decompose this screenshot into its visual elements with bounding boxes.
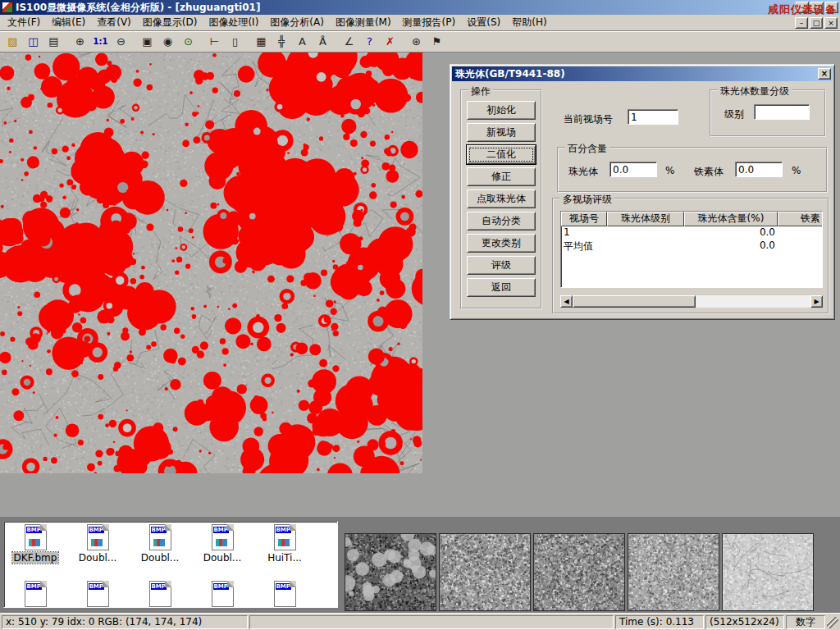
change-class-button[interactable]: 更改类别 [467,234,536,253]
grid-measure-icon[interactable]: ▦ [252,33,271,51]
cell-field-no: 1 [561,226,607,240]
bmp-file-icon: BMP [212,581,234,607]
thumbnail-5[interactable] [722,533,814,611]
thumbnail-1[interactable] [345,533,436,611]
scroll-left-icon[interactable]: ◀ [560,295,573,308]
bmp-tag: BMP [276,583,291,590]
menu-image-measure[interactable]: 图像测量(M) [330,14,397,31]
thumbnail-3[interactable] [533,533,625,611]
micrograph-image[interactable] [0,52,422,473]
pearlite-percent-input[interactable] [609,162,657,177]
child-minimize-icon[interactable]: – [795,17,808,29]
open-icon[interactable]: ▨ [3,33,22,51]
file-item-partial[interactable]: BMP [66,581,129,607]
binarize-button[interactable]: 二值化 [467,145,536,164]
file-item-dkf[interactable]: BMP DKF.bmp [4,524,66,564]
menu-edit[interactable]: 编辑(E) [46,14,91,31]
child-restore-icon[interactable]: □ [810,17,823,29]
file-item[interactable]: BMP Doubl... [66,524,129,564]
dialog-titlebar[interactable]: 珠光体(GB/T9441-88) × [452,66,833,81]
zoom-in-icon[interactable]: ⊕ [71,33,89,51]
camera-icon[interactable]: ◉ [158,33,177,51]
video-icon[interactable]: ⊙ [179,33,198,51]
file-item-partial[interactable]: BMP [4,581,66,607]
menu-settings[interactable]: 设置(S) [461,14,506,31]
cross-grid-icon[interactable]: ╬ [272,33,291,51]
capture-icon[interactable]: ▣ [138,33,157,51]
dialog-title: 珠光体(GB/T9441-88) [455,67,565,81]
close-icon[interactable]: × [825,2,838,13]
dialog-close-icon[interactable]: × [818,68,831,80]
table-row[interactable]: 1 0.0 [561,226,822,240]
pearlite-dialog: 珠光体(GB/T9441-88) × 操作 初始化 新视场 二值化 修正 点取珠… [450,64,835,320]
save-icon[interactable]: ◫ [24,33,43,51]
caliper-icon[interactable]: ⊢ [205,33,224,51]
table-row-average[interactable]: 平均值 0.0 [561,240,822,253]
initialize-button[interactable]: 初始化 [467,101,536,120]
scroll-right-icon[interactable]: ▶ [810,295,823,308]
grade-button[interactable]: 评级 [467,256,536,275]
grade-input[interactable] [754,104,810,120]
pin-tool-icon[interactable]: ⚑ [427,33,446,51]
status-filler [249,615,614,629]
thumbnail-4[interactable] [628,533,719,611]
text-tool-icon[interactable]: A [293,33,312,51]
file-item-partial[interactable]: BMP [129,581,191,607]
menu-image-process[interactable]: 图像处理(I) [203,14,264,31]
angle-tool-icon[interactable]: ∠ [340,33,358,51]
menubar: 文件(F) 编辑(E) 查看(V) 图像显示(D) 图像处理(I) 图像分析(A… [0,15,840,31]
menu-help[interactable]: 帮助(H) [506,14,552,31]
multi-field-group-label: 多视场评级 [560,193,614,207]
file-item[interactable]: BMP HuiTi... [253,524,316,564]
titlebar[interactable]: IS100显微摄像系统(金相分析版) - [zhuguangti01] – □ … [0,0,840,15]
file-name: Doubl... [139,552,181,564]
print-icon[interactable]: ▤ [44,33,63,51]
return-button[interactable]: 返回 [467,278,536,297]
cell-content: 0.0 [684,226,778,240]
menu-report[interactable]: 测量报告(P) [397,14,462,31]
cell-ferrite [778,240,823,253]
thumbnail-2[interactable] [439,533,531,611]
child-close-icon[interactable]: × [824,17,838,29]
new-field-button[interactable]: 新视场 [467,123,536,142]
file-name: HuiTi... [266,552,304,564]
application-window: IS100显微摄像系统(金相分析版) - [zhuguangti01] – □ … [0,0,840,630]
bmp-art [91,539,103,546]
bmp-file-icon: BMP [149,581,171,607]
symbol-tool-icon[interactable]: Å [313,33,332,51]
file-item-partial[interactable]: BMP [191,581,253,607]
col-pearlite-content: 珠光体含量(%) [684,212,778,226]
resize-grip[interactable] [827,617,838,628]
scroll-thumb[interactable] [573,295,696,308]
ruler-icon[interactable]: ▯ [226,33,244,51]
pick-pearlite-button[interactable]: 点取珠光体 [467,189,536,208]
current-view-input[interactable] [628,109,678,125]
menu-file[interactable]: 文件(F) [2,14,46,31]
correct-button[interactable]: 修正 [467,167,536,186]
file-item[interactable]: BMP Doubl... [191,524,253,564]
delete-mark-icon[interactable]: ✗ [381,33,399,51]
window-title: IS100显微摄像系统(金相分析版) - [zhuguangti01] [16,1,260,15]
bmp-file-icon: BMP [274,581,296,607]
file-item[interactable]: BMP Doubl... [129,524,191,564]
actual-size-icon[interactable]: 1:1 [91,33,110,51]
maximize-icon[interactable]: □ [810,2,824,13]
bmp-art [278,539,290,546]
ferrite-percent-input[interactable] [735,162,783,177]
file-item-partial[interactable]: BMP [253,581,316,607]
menu-image-analysis[interactable]: 图像分析(A) [264,14,330,31]
menu-view[interactable]: 查看(V) [91,14,137,31]
grade-group-label: 珠光体数量分级 [718,84,792,98]
preview-icon[interactable]: ⊛ [407,33,426,51]
auto-classify-button[interactable]: 自动分类 [467,212,536,231]
table-hscrollbar[interactable]: ◀ ▶ [560,295,823,308]
bmp-tag: BMP [26,583,42,590]
help-icon[interactable]: ? [360,33,379,51]
bmp-file-icon: BMP [87,581,109,607]
rating-table: 视场号 珠光体级别 珠光体含量(%) 铁素 1 0.0 平均值 0 [560,211,823,288]
menu-image-display[interactable]: 图像显示(D) [137,14,203,31]
minimize-icon[interactable]: – [796,2,809,13]
zoom-out-icon[interactable]: ⊖ [112,33,130,51]
ferrite-unit: % [792,165,801,176]
rating-table-header: 视场号 珠光体级别 珠光体含量(%) 铁素 [561,212,822,226]
